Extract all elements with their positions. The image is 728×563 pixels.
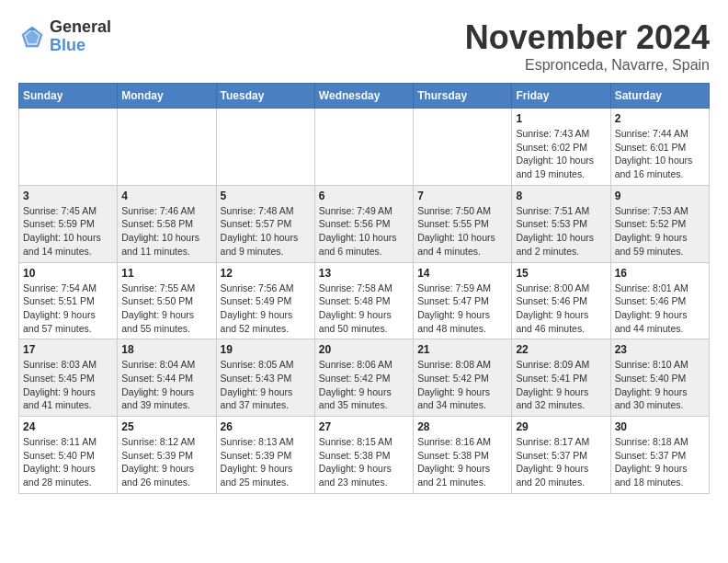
day-info: Sunrise: 8:12 AMSunset: 5:39 PMDaylight:…	[121, 435, 211, 489]
day-info: Sunrise: 8:01 AMSunset: 5:46 PMDaylight:…	[615, 282, 705, 336]
daylight-hours: Daylight: 9 hours and 39 minutes.	[121, 386, 194, 411]
calendar-cell: 1Sunrise: 7:43 AMSunset: 6:02 PMDaylight…	[512, 109, 610, 186]
daylight-hours: Daylight: 10 hours and 4 minutes.	[417, 232, 495, 257]
day-number: 18	[121, 343, 211, 356]
day-number: 5	[221, 190, 311, 202]
day-info: Sunrise: 8:08 AMSunset: 5:42 PMDaylight:…	[417, 358, 507, 412]
day-info: Sunrise: 8:03 AMSunset: 5:45 PMDaylight:…	[23, 358, 113, 412]
calendar-cell: 21Sunrise: 8:08 AMSunset: 5:42 PMDayligh…	[414, 339, 512, 417]
day-number: 23	[615, 343, 705, 356]
day-number: 30	[615, 420, 705, 433]
day-info: Sunrise: 7:44 AMSunset: 6:01 PMDaylight:…	[615, 127, 705, 181]
calendar-header-row: SundayMondayTuesdayWednesdayThursdayFrid…	[19, 84, 710, 109]
calendar-cell	[216, 109, 314, 186]
calendar-cell: 2Sunrise: 7:44 AMSunset: 6:01 PMDaylight…	[610, 109, 709, 186]
day-number: 11	[121, 267, 211, 280]
daylight-hours: Daylight: 9 hours and 44 minutes.	[615, 309, 688, 334]
daylight-hours: Daylight: 9 hours and 59 minutes.	[615, 232, 688, 257]
calendar-cell: 18Sunrise: 8:04 AMSunset: 5:44 PMDayligh…	[118, 339, 216, 417]
day-number: 16	[615, 267, 705, 280]
day-number: 20	[319, 343, 409, 356]
calendar-cell: 22Sunrise: 8:09 AMSunset: 5:41 PMDayligh…	[512, 339, 610, 417]
daylight-hours: Daylight: 9 hours and 57 minutes.	[23, 309, 96, 334]
daylight-hours: Daylight: 10 hours and 2 minutes.	[516, 232, 594, 257]
calendar-week-row: 24Sunrise: 8:11 AMSunset: 5:40 PMDayligh…	[19, 417, 710, 494]
day-number: 10	[23, 267, 113, 280]
daylight-hours: Daylight: 9 hours and 23 minutes.	[319, 463, 392, 488]
calendar-cell: 15Sunrise: 8:00 AMSunset: 5:46 PMDayligh…	[512, 262, 610, 339]
calendar-cell: 27Sunrise: 8:15 AMSunset: 5:38 PMDayligh…	[314, 417, 413, 494]
logo-general: General	[50, 18, 111, 37]
day-info: Sunrise: 7:56 AMSunset: 5:49 PMDaylight:…	[221, 282, 311, 336]
day-number: 21	[417, 343, 507, 356]
calendar-cell: 19Sunrise: 8:05 AMSunset: 5:43 PMDayligh…	[216, 339, 314, 417]
calendar-cell: 17Sunrise: 8:03 AMSunset: 5:45 PMDayligh…	[19, 339, 118, 417]
daylight-hours: Daylight: 9 hours and 20 minutes.	[516, 463, 588, 488]
calendar-week-row: 10Sunrise: 7:54 AMSunset: 5:51 PMDayligh…	[19, 262, 710, 339]
daylight-hours: Daylight: 9 hours and 21 minutes.	[417, 463, 490, 488]
day-header-sunday: Sunday	[19, 84, 118, 109]
day-info: Sunrise: 7:58 AMSunset: 5:48 PMDaylight:…	[319, 282, 409, 336]
day-header-saturday: Saturday	[610, 84, 709, 109]
day-info: Sunrise: 7:48 AMSunset: 5:57 PMDaylight:…	[221, 204, 311, 259]
daylight-hours: Daylight: 9 hours and 52 minutes.	[221, 309, 293, 334]
day-number: 1	[516, 112, 606, 125]
daylight-hours: Daylight: 10 hours and 16 minutes.	[615, 155, 693, 179]
daylight-hours: Daylight: 9 hours and 35 minutes.	[319, 386, 392, 411]
day-info: Sunrise: 8:09 AMSunset: 5:41 PMDaylight:…	[516, 358, 606, 412]
day-header-thursday: Thursday	[414, 84, 512, 109]
logo-text: General Blue	[50, 18, 111, 55]
day-number: 19	[221, 343, 311, 356]
day-number: 14	[417, 267, 507, 280]
calendar-cell: 6Sunrise: 7:49 AMSunset: 5:56 PMDaylight…	[314, 185, 413, 262]
calendar-cell: 11Sunrise: 7:55 AMSunset: 5:50 PMDayligh…	[118, 262, 216, 339]
calendar-table: SundayMondayTuesdayWednesdayThursdayFrid…	[18, 83, 710, 494]
day-number: 13	[319, 267, 409, 280]
page-header: General Blue November 2024 Espronceda, N…	[18, 18, 710, 74]
calendar-cell: 5Sunrise: 7:48 AMSunset: 5:57 PMDaylight…	[216, 185, 314, 262]
day-info: Sunrise: 7:50 AMSunset: 5:55 PMDaylight:…	[417, 204, 507, 259]
day-info: Sunrise: 7:53 AMSunset: 5:52 PMDaylight:…	[615, 204, 705, 259]
day-header-tuesday: Tuesday	[216, 84, 314, 109]
day-info: Sunrise: 8:00 AMSunset: 5:46 PMDaylight:…	[516, 282, 606, 336]
daylight-hours: Daylight: 9 hours and 50 minutes.	[319, 309, 392, 334]
calendar-cell: 20Sunrise: 8:06 AMSunset: 5:42 PMDayligh…	[314, 339, 413, 417]
daylight-hours: Daylight: 10 hours and 11 minutes.	[121, 232, 199, 257]
day-number: 4	[121, 190, 211, 202]
calendar-cell	[118, 109, 216, 186]
daylight-hours: Daylight: 9 hours and 25 minutes.	[221, 463, 293, 488]
calendar-cell: 28Sunrise: 8:16 AMSunset: 5:38 PMDayligh…	[414, 417, 512, 494]
month-title: November 2024	[465, 18, 710, 57]
calendar-cell: 30Sunrise: 8:18 AMSunset: 5:37 PMDayligh…	[610, 417, 709, 494]
day-info: Sunrise: 7:45 AMSunset: 5:59 PMDaylight:…	[23, 204, 113, 259]
calendar-cell: 3Sunrise: 7:45 AMSunset: 5:59 PMDaylight…	[19, 185, 118, 262]
daylight-hours: Daylight: 9 hours and 28 minutes.	[23, 463, 96, 488]
daylight-hours: Daylight: 9 hours and 41 minutes.	[23, 386, 96, 411]
calendar-cell: 25Sunrise: 8:12 AMSunset: 5:39 PMDayligh…	[118, 417, 216, 494]
calendar-cell: 16Sunrise: 8:01 AMSunset: 5:46 PMDayligh…	[610, 262, 709, 339]
calendar-cell: 12Sunrise: 7:56 AMSunset: 5:49 PMDayligh…	[216, 262, 314, 339]
day-header-monday: Monday	[118, 84, 216, 109]
calendar-week-row: 1Sunrise: 7:43 AMSunset: 6:02 PMDaylight…	[19, 109, 710, 186]
daylight-hours: Daylight: 9 hours and 18 minutes.	[615, 463, 688, 488]
calendar-cell: 4Sunrise: 7:46 AMSunset: 5:58 PMDaylight…	[118, 185, 216, 262]
day-number: 25	[121, 420, 211, 433]
daylight-hours: Daylight: 9 hours and 34 minutes.	[417, 386, 490, 411]
daylight-hours: Daylight: 9 hours and 30 minutes.	[615, 386, 688, 411]
day-info: Sunrise: 7:46 AMSunset: 5:58 PMDaylight:…	[121, 204, 211, 259]
daylight-hours: Daylight: 9 hours and 32 minutes.	[516, 386, 588, 411]
day-info: Sunrise: 7:54 AMSunset: 5:51 PMDaylight:…	[23, 282, 113, 336]
calendar-cell: 23Sunrise: 8:10 AMSunset: 5:40 PMDayligh…	[610, 339, 709, 417]
day-number: 8	[516, 190, 606, 202]
day-info: Sunrise: 7:43 AMSunset: 6:02 PMDaylight:…	[516, 127, 606, 181]
day-number: 12	[221, 267, 311, 280]
daylight-hours: Daylight: 9 hours and 48 minutes.	[417, 309, 490, 334]
day-number: 15	[516, 267, 606, 280]
day-info: Sunrise: 8:11 AMSunset: 5:40 PMDaylight:…	[23, 435, 113, 489]
day-header-friday: Friday	[512, 84, 610, 109]
calendar-cell	[314, 109, 413, 186]
day-number: 22	[516, 343, 606, 356]
calendar-week-row: 17Sunrise: 8:03 AMSunset: 5:45 PMDayligh…	[19, 339, 710, 417]
daylight-hours: Daylight: 10 hours and 19 minutes.	[516, 155, 594, 179]
title-block: November 2024 Espronceda, Navarre, Spain	[465, 18, 710, 74]
